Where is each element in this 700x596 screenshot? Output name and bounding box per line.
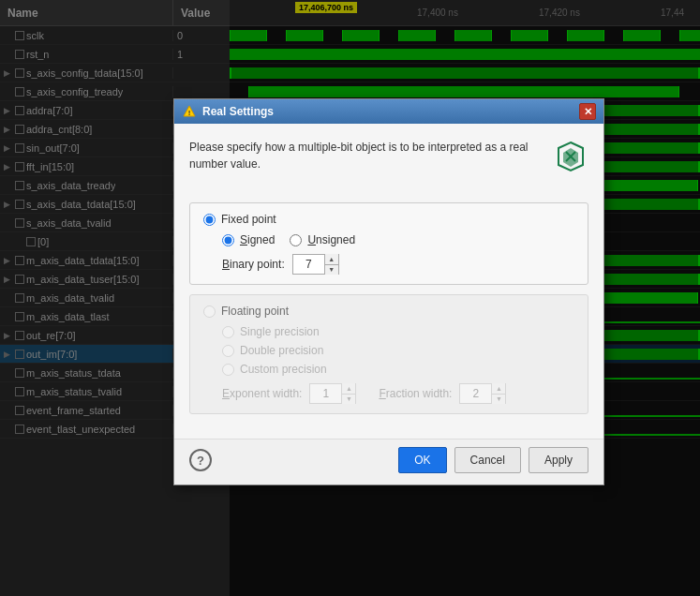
binary-point-down[interactable]: ▼ (325, 265, 338, 276)
fraction-width-label: Fraction width: (379, 387, 452, 400)
binary-point-up[interactable]: ▲ (325, 254, 338, 265)
dialog-description: Please specify how a multiple-bit object… (189, 139, 545, 172)
binary-point-spinbox[interactable]: 7 ▲ ▼ (292, 254, 339, 275)
fixed-point-radio[interactable] (203, 214, 216, 226)
custom-precision-label[interactable]: Custom precision (222, 363, 574, 376)
svg-text:!: ! (188, 109, 191, 117)
signed-label: Signed (240, 233, 275, 246)
dialog-titlebar: ! Real Settings ✕ (174, 99, 603, 124)
floating-point-radio[interactable] (203, 305, 216, 318)
double-precision-label[interactable]: Double precision (222, 344, 574, 357)
unsigned-label: Unsigned (307, 233, 355, 246)
unsigned-radio[interactable] (290, 234, 302, 246)
single-precision-radio[interactable] (222, 326, 234, 338)
floating-point-radio-label[interactable]: Floating point (203, 305, 574, 318)
width-row: Exponent width: 1 ▲ ▼ Fraction width: 2 … (222, 383, 574, 404)
binary-point-row: Binary point: 7 ▲ ▼ (222, 254, 574, 275)
signed-radio-label[interactable]: Signed (222, 233, 275, 246)
exponent-width-label: Exponent width: (222, 387, 302, 400)
signed-radio[interactable] (222, 234, 234, 246)
fixed-point-label: Fixed point (221, 213, 276, 226)
dialog-footer: ? OK Cancel Apply (174, 439, 603, 484)
floating-suboptions: Single precision Double precision Custom… (222, 325, 574, 376)
dialog-title-text: Real Settings (202, 105, 579, 118)
binary-point-label: Binary point: (222, 258, 285, 271)
fixed-point-radio-label[interactable]: Fixed point (203, 213, 574, 226)
dialog-body: Please specify how a multiple-bit object… (174, 124, 603, 439)
fraction-up: ▲ (492, 383, 505, 395)
exponent-spinbox: 1 ▲ ▼ (309, 383, 356, 404)
exponent-up: ▲ (342, 383, 355, 395)
exponent-arrows: ▲ ▼ (341, 383, 355, 404)
sign-options: Signed Unsigned (222, 233, 574, 246)
fixed-point-group: Fixed point Signed Unsigned Binary point… (189, 202, 588, 285)
fraction-down: ▼ (492, 395, 505, 405)
help-button[interactable]: ? (189, 449, 212, 471)
binary-point-value: 7 (293, 258, 324, 271)
unsigned-radio-label[interactable]: Unsigned (290, 233, 355, 246)
floating-point-group: Floating point Single precision Double p… (189, 294, 588, 414)
double-precision-text: Double precision (240, 344, 323, 357)
single-precision-text: Single precision (240, 325, 320, 338)
custom-precision-text: Custom precision (240, 363, 327, 376)
apply-button[interactable]: Apply (529, 447, 588, 473)
cancel-button[interactable]: Cancel (454, 447, 521, 473)
real-settings-dialog: ! Real Settings ✕ Please specify how a m… (173, 98, 604, 485)
custom-precision-radio[interactable] (222, 364, 234, 376)
single-precision-label[interactable]: Single precision (222, 325, 574, 338)
xilinx-logo (553, 139, 588, 174)
fraction-spinbox: 2 ▲ ▼ (459, 383, 506, 404)
double-precision-radio[interactable] (222, 345, 234, 357)
floating-point-label: Floating point (221, 305, 289, 318)
fraction-arrows: ▲ ▼ (491, 383, 505, 404)
close-button[interactable]: ✕ (579, 103, 596, 120)
fraction-value: 2 (460, 387, 491, 400)
exponent-value: 1 (310, 387, 341, 400)
exponent-down: ▼ (342, 395, 355, 405)
ok-button[interactable]: OK (398, 447, 446, 473)
binary-point-arrows: ▲ ▼ (324, 254, 338, 275)
dialog-title-icon: ! (182, 104, 197, 119)
